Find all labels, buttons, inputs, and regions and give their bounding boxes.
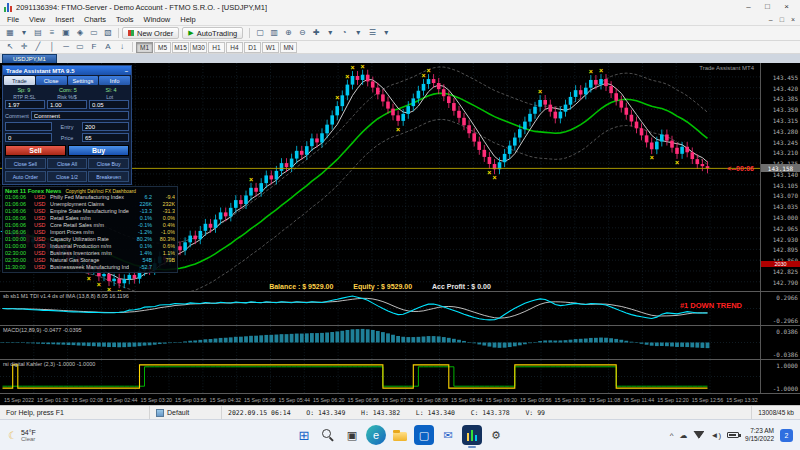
timeframe-h4-button[interactable]: H4 [226, 42, 243, 53]
crosshair-icon[interactable]: ✛ [17, 41, 31, 53]
chart-minimize-button[interactable]: – [769, 16, 773, 23]
weather-widget[interactable]: ☾ 54°F Clear [0, 429, 44, 442]
fullscreen-icon[interactable]: ▢ [253, 27, 267, 39]
indicators-dropdown-icon[interactable]: ▾ [323, 27, 337, 39]
market-watch-icon[interactable]: ≡ [45, 27, 59, 39]
entry-row-0-right-field[interactable] [82, 122, 129, 131]
microsoft-store[interactable]: ▢ [414, 425, 434, 445]
menu-window[interactable]: Window [139, 15, 176, 24]
timeframe-m1-button[interactable]: M1 [136, 42, 153, 53]
task-view-button[interactable]: ▣ [342, 425, 362, 445]
new-chart-icon[interactable]: ▦ [3, 27, 17, 39]
cursor-icon[interactable]: ↖ [3, 41, 17, 53]
profile-segment[interactable]: Default [150, 406, 222, 419]
menu-tools[interactable]: Tools [111, 15, 139, 24]
settings-app[interactable]: ⚙ [486, 425, 506, 445]
edge-browser[interactable]: e [366, 425, 386, 445]
indicators-icon[interactable]: ✚ [309, 27, 323, 39]
trade-panel-tab-info[interactable]: Info [99, 76, 130, 85]
chart-close-button[interactable]: × [791, 16, 795, 23]
price-tick: 142.965 [773, 224, 798, 231]
timeframe-d1-button[interactable]: D1 [244, 42, 261, 53]
start-button[interactable]: ⊞ [294, 425, 314, 445]
entry-row-1-right-field[interactable] [82, 133, 129, 142]
restore-button[interactable]: □ [758, 1, 777, 13]
horizontal-line-icon[interactable]: ─ [59, 41, 73, 53]
profiles-icon[interactable]: ▤ [31, 27, 45, 39]
rsi-indicator-pane[interactable]: rsi digital Kahler (2,3) -1.0000 -1.0000… [0, 360, 800, 394]
notification-badge[interactable]: 2 [780, 429, 793, 442]
clock[interactable]: 7:23 AM 9/15/2022 [745, 427, 774, 444]
auto-order-button[interactable]: Auto Order [5, 171, 46, 182]
battery-icon[interactable] [727, 432, 739, 438]
zoom-out-icon[interactable]: ⊖ [295, 27, 309, 39]
arrow-object-icon[interactable]: ↓ [115, 41, 129, 53]
chart-restore-button[interactable]: □ [780, 16, 784, 23]
main-chart[interactable]: ×××××××××××××××××××× 143.455143.420143.3… [0, 63, 800, 292]
data-window-icon[interactable]: ▣ [59, 27, 73, 39]
text-label-icon[interactable]: A [101, 41, 115, 53]
trade-panel-collapse-button[interactable]: – [125, 68, 128, 74]
minimize-button[interactable]: – [739, 1, 758, 13]
close-button[interactable]: × [777, 1, 796, 13]
wifi-icon[interactable] [693, 431, 704, 439]
search-button[interactable] [318, 425, 338, 445]
periods-icon[interactable]: ◔ [337, 27, 351, 39]
menu-file[interactable]: File [2, 15, 24, 24]
chart-dropdown-icon[interactable]: ▾ [17, 27, 31, 39]
terminal-icon[interactable]: ▭ [87, 27, 101, 39]
volume-icon[interactable]: ◄) [710, 431, 721, 440]
mail-app[interactable]: ✉ [438, 425, 458, 445]
comment-field[interactable] [31, 111, 129, 120]
tile-windows-icon[interactable]: ▥ [267, 27, 281, 39]
timeframe-m30-button[interactable]: M30 [190, 42, 207, 53]
onedrive-icon[interactable]: ☁ [679, 431, 687, 440]
timeframe-w1-button[interactable]: W1 [262, 42, 279, 53]
timeframe-mn-button[interactable]: MN [280, 42, 297, 53]
fibonacci-icon[interactable]: F [87, 41, 101, 53]
macd-indicator-pane[interactable]: MACD(12,89,9) -0.0477 -0.0395 0.0386-0.0… [0, 326, 800, 360]
entry-row-1-left-field[interactable] [5, 133, 52, 142]
trade-panel-tab-trade[interactable]: Trade [4, 76, 35, 85]
window-title: 2091136394: FTMO-Server - Demo Account -… [16, 3, 267, 12]
trade-panel-tab-close[interactable]: Close [36, 76, 67, 85]
timeframe-h1-button[interactable]: H1 [208, 42, 225, 53]
metatrader4[interactable] [462, 425, 482, 445]
close-all-button[interactable]: Close All [47, 158, 88, 169]
entry-row-0-left-field[interactable] [5, 122, 52, 131]
timeframe-m15-button[interactable]: M15 [172, 42, 189, 53]
buy-button[interactable]: Buy [68, 145, 129, 156]
trade-panel-stat: Sp: 9 [17, 87, 30, 93]
sell-button[interactable]: Sell [5, 145, 66, 156]
trade-input-0[interactable] [5, 100, 45, 109]
periods-dropdown-icon[interactable]: ▾ [351, 27, 365, 39]
new-order-button[interactable]: New Order [122, 27, 179, 39]
close-1-2-button[interactable]: Close 1/2 [47, 171, 88, 182]
trade-panel-tab-settings[interactable]: Settings [68, 76, 99, 85]
vertical-line-icon[interactable]: │ [45, 41, 59, 53]
navigator-icon[interactable]: ◈ [73, 27, 87, 39]
strategy-tester-icon[interactable]: ▧ [101, 27, 115, 39]
file-explorer[interactable] [390, 425, 410, 445]
trendline-icon[interactable]: ╱ [31, 41, 45, 53]
time-tick: 15 Sep 11:44 [623, 397, 654, 403]
trade-input-1[interactable] [47, 100, 87, 109]
templates-dropdown-icon[interactable]: ▾ [379, 27, 393, 39]
close-buy-button[interactable]: Close Buy [88, 158, 129, 169]
timeframe-m5-button[interactable]: M5 [154, 42, 171, 53]
close-sell-button[interactable]: Close Sell [5, 158, 46, 169]
zoom-in-icon[interactable]: ⊕ [281, 27, 295, 39]
menu-insert[interactable]: Insert [50, 15, 79, 24]
trade-panel-header[interactable]: Trade Assistant MTA 9.5 – [3, 66, 131, 75]
tray-expand-chevron[interactable]: ^ [670, 431, 674, 440]
templates-icon[interactable]: ☰ [365, 27, 379, 39]
menu-view[interactable]: View [24, 15, 50, 24]
chart-tab-usdjpy-m1[interactable]: USDJPY,M1 [2, 54, 57, 63]
autotrading-button[interactable]: ▶AutoTrading [182, 27, 243, 39]
trade-input-2[interactable] [89, 100, 129, 109]
menu-charts[interactable]: Charts [79, 15, 111, 24]
breakeven-button[interactable]: Breakeven [88, 171, 129, 182]
channel-icon[interactable]: ▭ [73, 41, 87, 53]
tdi-indicator-pane[interactable]: sb sb1 M1 TDI v1.4 ds of IMA (13,8,8) 8.… [0, 292, 800, 326]
menu-help[interactable]: Help [175, 15, 200, 24]
